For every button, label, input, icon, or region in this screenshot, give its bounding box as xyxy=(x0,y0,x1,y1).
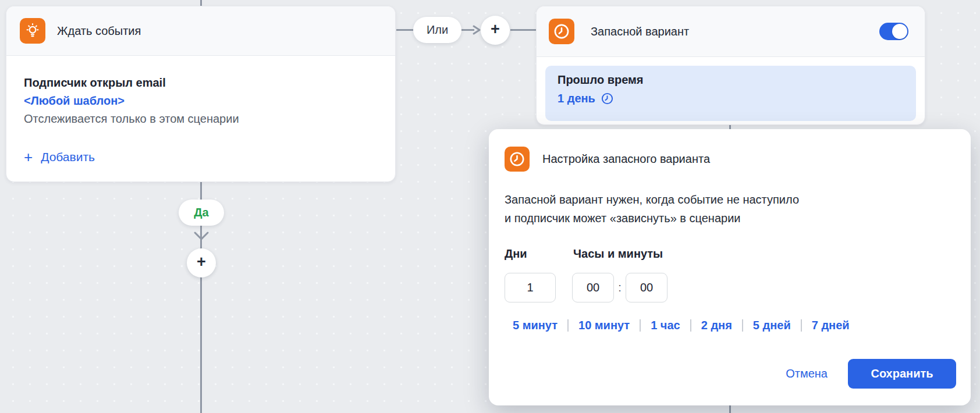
event-name: Подписчик открыл email xyxy=(24,74,378,92)
elapsed-time-title: Прошло время xyxy=(558,72,904,88)
add-trigger-button[interactable]: + Добавить xyxy=(24,149,378,165)
fallback-card[interactable]: Запасной вариант Прошло время 1 день xyxy=(536,6,925,125)
connector-line-or-left xyxy=(396,29,414,31)
wait-event-card-title: Ждать события xyxy=(57,24,141,38)
preset-1-hour[interactable]: 1 час xyxy=(651,319,680,332)
plus-icon: + xyxy=(197,254,206,270)
preset-10-minutes[interactable]: 10 минут xyxy=(578,319,630,332)
minutes-input[interactable] xyxy=(626,273,667,302)
dialog-description-line2: и подписчик может «зависнуть» в сценарии xyxy=(505,209,955,227)
dialog-title: Настройка запасного варианта xyxy=(542,152,710,166)
time-colon: : xyxy=(614,281,626,294)
hours-minutes-label: Часы и минуты xyxy=(573,247,663,261)
scenario-canvas: Или + Да + Ждать события Подписчик откры… xyxy=(0,0,980,413)
time-presets-row: 5 минут 10 минут 1 час 2 дня 5 дней 7 дн… xyxy=(513,319,955,332)
fallback-settings-dialog: Настройка запасного варианта Запасной ва… xyxy=(489,129,971,405)
tracking-note: Отслеживается только в этом сценарии xyxy=(24,110,378,128)
dialog-header: Настройка запасного варианта xyxy=(505,147,955,172)
add-trigger-label: Добавить xyxy=(41,150,95,164)
arrow-down-icon xyxy=(193,230,210,242)
plus-icon: + xyxy=(491,22,500,37)
preset-separator xyxy=(567,319,569,332)
elapsed-time-value: 1 день xyxy=(558,91,595,106)
preset-5-minutes[interactable]: 5 минут xyxy=(513,319,558,332)
time-field-labels: Дни Часы и минуты xyxy=(505,247,955,261)
time-inputs-row: : xyxy=(505,273,955,302)
add-node-button-yes[interactable]: + xyxy=(187,248,216,277)
template-link[interactable]: <Любой шаблон> xyxy=(24,92,378,110)
dialog-description: Запасной вариант нужен, когда событие не… xyxy=(505,190,955,227)
preset-separator xyxy=(801,319,802,332)
or-badge: Или xyxy=(413,17,461,43)
wait-event-card[interactable]: Ждать события Подписчик открыл email <Лю… xyxy=(6,6,396,182)
elapsed-time-box[interactable]: Прошло время 1 день xyxy=(545,66,916,121)
lightbulb-icon xyxy=(20,18,45,44)
preset-separator xyxy=(742,319,743,332)
yes-badge: Да xyxy=(179,200,224,226)
hours-input[interactable] xyxy=(572,273,614,302)
or-badge-label: Или xyxy=(427,23,448,37)
plus-icon: + xyxy=(24,149,33,165)
days-label: Дни xyxy=(505,247,573,261)
clock-icon xyxy=(549,19,574,44)
cancel-button[interactable]: Отмена xyxy=(786,367,828,380)
add-node-button-or[interactable]: + xyxy=(481,16,510,45)
fallback-card-header: Запасной вариант xyxy=(537,6,925,57)
days-input[interactable] xyxy=(505,273,556,302)
preset-7-days[interactable]: 7 дней xyxy=(812,319,850,332)
yes-badge-label: Да xyxy=(194,206,208,219)
save-button[interactable]: Сохранить xyxy=(848,359,956,389)
connector-line-to-fallback xyxy=(510,29,537,31)
toggle-knob xyxy=(892,24,907,39)
fallback-toggle[interactable] xyxy=(879,23,908,40)
fallback-card-title: Запасной вариант xyxy=(591,25,689,38)
preset-5-days[interactable]: 5 дней xyxy=(753,319,791,332)
wait-event-card-header: Ждать события xyxy=(6,6,395,56)
preset-2-days[interactable]: 2 дня xyxy=(701,319,732,332)
wait-event-card-body: Подписчик открыл email <Любой шаблон> От… xyxy=(6,56,395,165)
preset-separator xyxy=(690,319,691,332)
preset-separator xyxy=(640,319,641,332)
clock-small-icon xyxy=(601,92,614,105)
dialog-actions: Отмена Сохранить xyxy=(786,359,956,389)
dialog-description-line1: Запасной вариант нужен, когда событие не… xyxy=(505,190,955,209)
clock-icon xyxy=(505,147,530,172)
